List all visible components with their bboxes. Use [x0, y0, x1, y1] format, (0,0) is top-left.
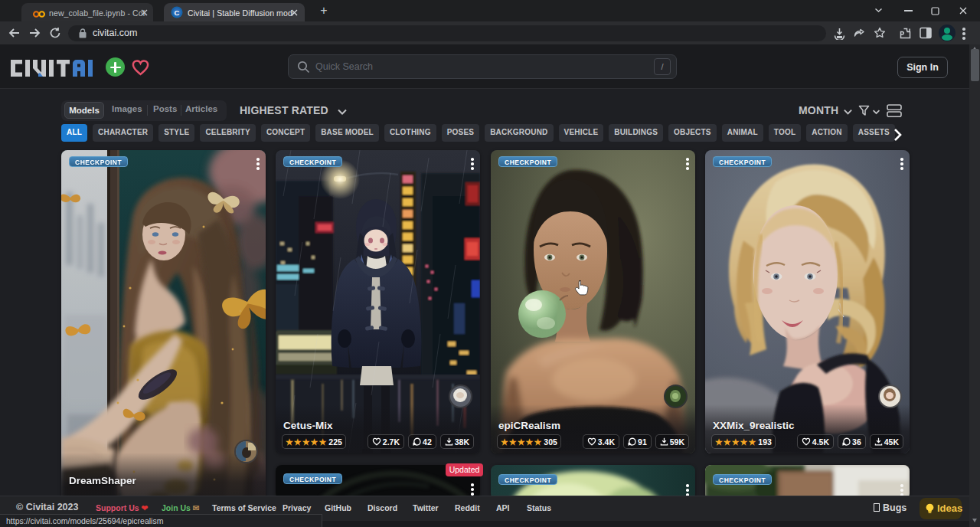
svg-text:C: C: [175, 8, 180, 17]
